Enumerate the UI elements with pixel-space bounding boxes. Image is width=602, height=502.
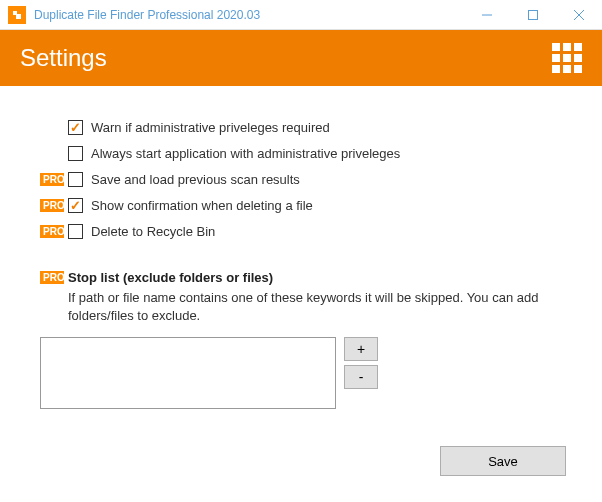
option-label[interactable]: Delete to Recycle Bin <box>91 224 215 239</box>
option-label[interactable]: Show confirmation when deleting a file <box>91 198 313 213</box>
pro-badge: PRO <box>40 225 64 238</box>
app-icon <box>8 6 26 24</box>
titlebar-title: Duplicate File Finder Professional 2020.… <box>34 8 464 22</box>
close-icon <box>574 10 584 20</box>
page-header: Settings <box>0 30 602 86</box>
checkbox-recycle-bin[interactable] <box>68 224 83 239</box>
minimize-button[interactable] <box>464 0 510 29</box>
maximize-button[interactable] <box>510 0 556 29</box>
page-title: Settings <box>20 44 552 72</box>
maximize-icon <box>528 10 538 20</box>
option-label[interactable]: Save and load previous scan results <box>91 172 300 187</box>
checkbox-always-admin[interactable] <box>68 146 83 161</box>
option-warn-admin: Warn if administrative priveleges requir… <box>40 114 562 140</box>
stoplist-title: Stop list (exclude folders or files) <box>68 270 273 285</box>
checkbox-warn-admin[interactable] <box>68 120 83 135</box>
minimize-icon <box>482 10 492 20</box>
checkbox-save-load-results[interactable] <box>68 172 83 187</box>
content-area: Warn if administrative priveleges requir… <box>0 86 602 502</box>
checkbox-confirm-delete[interactable] <box>68 198 83 213</box>
option-recycle-bin: PRO Delete to Recycle Bin <box>40 218 562 244</box>
option-label[interactable]: Always start application with administra… <box>91 146 400 161</box>
option-confirm-delete: PRO Show confirmation when deleting a fi… <box>40 192 562 218</box>
svg-rect-0 <box>529 10 538 19</box>
titlebar: Duplicate File Finder Professional 2020.… <box>0 0 602 30</box>
stoplist-listbox[interactable] <box>40 337 336 409</box>
pro-badge: PRO <box>40 173 64 186</box>
stoplist-description: If path or file name contains one of the… <box>68 289 562 325</box>
stoplist-add-button[interactable]: + <box>344 337 378 361</box>
option-always-admin: Always start application with administra… <box>40 140 562 166</box>
pro-badge: PRO <box>40 271 64 284</box>
stoplist-remove-button[interactable]: - <box>344 365 378 389</box>
menu-grid-icon[interactable] <box>552 43 582 73</box>
stoplist-section: PRO Stop list (exclude folders or files)… <box>40 270 562 409</box>
save-button[interactable]: Save <box>440 446 566 476</box>
pro-badge: PRO <box>40 199 64 212</box>
window-controls <box>464 0 602 29</box>
option-save-load-results: PRO Save and load previous scan results <box>40 166 562 192</box>
close-button[interactable] <box>556 0 602 29</box>
option-label[interactable]: Warn if administrative priveleges requir… <box>91 120 330 135</box>
